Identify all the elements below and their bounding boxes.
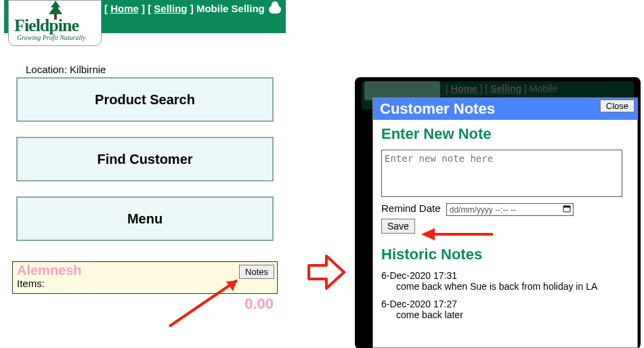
annotation-arrow-save bbox=[420, 225, 494, 243]
annotation-arrow-transition bbox=[306, 253, 347, 291]
dim-home-link: Home bbox=[451, 83, 477, 94]
location-value: Kilbirnie bbox=[70, 64, 106, 75]
save-button[interactable]: Save bbox=[381, 219, 415, 234]
close-button[interactable]: Close bbox=[600, 100, 635, 112]
note-timestamp: 6-Dec-2020 17:31 bbox=[381, 270, 629, 281]
cloud-icon bbox=[269, 5, 281, 14]
menu-button[interactable]: Menu bbox=[16, 196, 274, 241]
enter-note-heading: Enter New Note bbox=[381, 125, 629, 143]
find-customer-button[interactable]: Find Customer bbox=[16, 137, 274, 181]
dialog-title: Customer Notes bbox=[380, 100, 495, 117]
home-link[interactable]: Home bbox=[110, 3, 139, 14]
dim-selling-link: Selling bbox=[490, 83, 521, 94]
product-search-button[interactable]: Product Search bbox=[16, 77, 274, 122]
svg-marker-0 bbox=[49, 1, 62, 14]
date-placeholder: dd/mm/yyyy --:-- -- bbox=[450, 205, 516, 215]
customer-notes-dialog: Customer Notes Close Enter New Note Remi… bbox=[372, 97, 638, 348]
page-title: Mobile Selling bbox=[196, 3, 265, 14]
note-text: come back later bbox=[396, 309, 629, 320]
note-textarea[interactable] bbox=[381, 150, 622, 197]
logo-slogan: Growing Profit Naturally bbox=[17, 34, 86, 41]
logo-brand: Fieldpine bbox=[14, 16, 79, 36]
note-text: come back when Sue is back from holiday … bbox=[396, 281, 629, 292]
remind-label: Remind Date bbox=[381, 202, 441, 214]
historic-notes-heading: Historic Notes bbox=[381, 246, 629, 263]
dialog-title-bar: Customer Notes Close bbox=[373, 98, 637, 120]
historic-note: 6-Dec-2020 17:31 come back when Sue is b… bbox=[381, 270, 629, 292]
note-timestamp: 6-Dec-2020 17:27 bbox=[381, 299, 629, 309]
header: [ Home ] [ Selling ] Mobile Selling Fiel… bbox=[4, 0, 286, 46]
historic-note: 6-Dec-2020 17:27 come back later bbox=[381, 299, 629, 320]
logo: Fieldpine Growing Profit Naturally bbox=[8, 0, 102, 46]
selling-link[interactable]: Selling bbox=[154, 3, 187, 14]
mobile-screen-dialog: [ Home ] [ Selling ] Mobile Customer Not… bbox=[355, 77, 641, 348]
calendar-icon bbox=[563, 204, 571, 215]
location-label: Location: bbox=[26, 64, 67, 75]
svg-rect-4 bbox=[563, 206, 570, 208]
svg-marker-6 bbox=[421, 228, 435, 240]
remind-date-input[interactable]: dd/mm/yyyy --:-- -- bbox=[446, 203, 574, 216]
dialog-body: Enter New Note Remind Date dd/mm/yyyy --… bbox=[373, 120, 637, 331]
annotation-arrow-notes bbox=[163, 272, 257, 333]
location-line: Location: Kilbirnie bbox=[26, 64, 278, 75]
remind-row: Remind Date dd/mm/yyyy --:-- -- bbox=[381, 202, 629, 216]
